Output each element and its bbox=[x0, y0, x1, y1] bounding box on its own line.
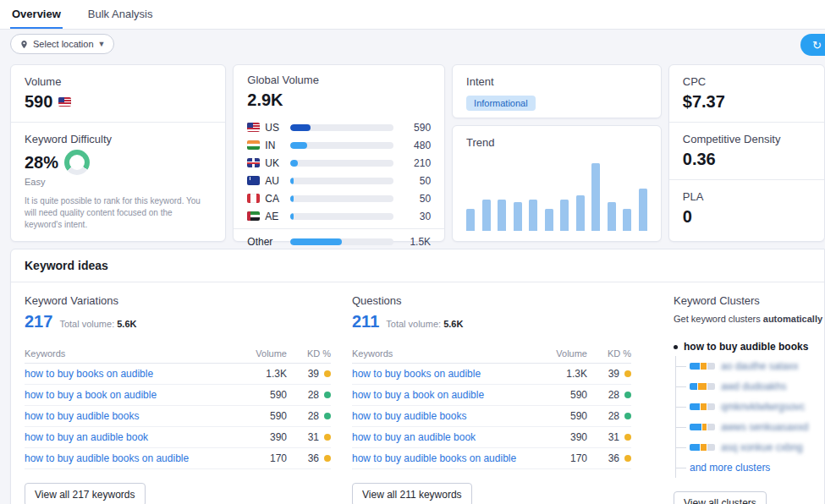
kd-value: 31 bbox=[608, 431, 619, 443]
cpc-card: CPC $7.37 Competitive Density 0.36 PLA 0 bbox=[668, 64, 825, 242]
global-volume-row: UK 210 bbox=[247, 154, 431, 172]
table-row: how to buy audible books 590 28 bbox=[352, 406, 631, 427]
trend-bar bbox=[560, 200, 569, 231]
volume-header: Volume bbox=[547, 348, 587, 359]
difficulty-gauge-icon bbox=[64, 150, 90, 175]
kd-dot bbox=[624, 455, 631, 462]
location-selector[interactable]: Select location ▼ bbox=[10, 34, 114, 54]
questions-total: Total volume: 5.6K bbox=[386, 319, 463, 329]
keyword-link[interactable]: how to buy audible books bbox=[25, 410, 246, 422]
kd-dot bbox=[324, 455, 331, 462]
keyword-kd: 28 bbox=[287, 410, 331, 422]
variations-table: Keywords Volume KD % how to buy books on… bbox=[25, 343, 331, 469]
keyword-link[interactable]: how to buy a book on audible bbox=[352, 389, 547, 401]
keyword-link[interactable]: how to buy audible books bbox=[352, 410, 547, 422]
more-clusters-link[interactable]: and more clusters bbox=[690, 462, 770, 474]
keyword-link[interactable]: how to buy books on audible bbox=[25, 368, 246, 380]
keyword-link[interactable]: how to buy an audible book bbox=[25, 431, 246, 443]
view-all-variations-button[interactable]: View all 217 keywords bbox=[25, 483, 146, 504]
cluster-tree: ao dauthe sataxx awd dudoakhs qmknvklwlw… bbox=[675, 356, 811, 478]
table-row: how to buy books on audible 1.3K 39 bbox=[352, 364, 631, 385]
view-all-clusters-button[interactable]: View all clusters bbox=[674, 491, 767, 504]
table-row: how to buy an audible book 390 31 bbox=[25, 427, 331, 448]
view-all-questions-button[interactable]: View all 211 keywords bbox=[352, 483, 472, 504]
keyword-link[interactable]: how to buy books on audible bbox=[352, 368, 547, 380]
volume-bar-track bbox=[290, 178, 393, 184]
pla-label: PLA bbox=[683, 190, 811, 203]
tab-overview[interactable]: Overview bbox=[10, 0, 63, 29]
keyword-ideas-title: Keyword ideas bbox=[11, 249, 824, 282]
keywords-header: Keywords bbox=[25, 348, 246, 359]
trend-chart bbox=[466, 163, 647, 231]
kd-value: 28 bbox=[308, 389, 319, 401]
volume-bar bbox=[290, 195, 294, 202]
kd-dot bbox=[324, 434, 331, 441]
country-volume: 1.5K bbox=[399, 236, 431, 248]
bullet-icon bbox=[674, 345, 678, 349]
trend-bar bbox=[498, 200, 506, 231]
volume-label: Volume bbox=[25, 75, 212, 88]
volume-bar-track bbox=[290, 124, 393, 131]
keyword-link[interactable]: how to buy audible books on audible bbox=[352, 452, 547, 464]
tab-bulk-analysis[interactable]: Bulk Analysis bbox=[86, 0, 155, 29]
volume-bar-track bbox=[290, 238, 393, 245]
keyword-volume: 590 bbox=[547, 410, 587, 422]
table-header-row: Keywords Volume KD % bbox=[352, 343, 631, 364]
tab-bulk-analysis-label: Bulk Analysis bbox=[88, 8, 153, 20]
location-selector-label: Select location bbox=[33, 39, 94, 49]
questions-count-row: 211 Total volume: 5.6K bbox=[352, 312, 631, 331]
keyword-link[interactable]: how to buy an audible book bbox=[352, 431, 547, 443]
country-volume: 480 bbox=[399, 140, 431, 151]
location-pin-icon bbox=[19, 40, 29, 49]
trend-bar bbox=[514, 202, 522, 231]
keywords-header: Keywords bbox=[352, 348, 547, 359]
variations-count[interactable]: 217 bbox=[25, 312, 52, 331]
clusters-subtitle: Get keyword clusters automatically bbox=[674, 314, 811, 324]
questions-count[interactable]: 211 bbox=[352, 312, 379, 331]
volume-value: 590 bbox=[25, 92, 212, 112]
table-row: how to buy audible books on audible 170 … bbox=[352, 448, 631, 469]
keyword-kd: 28 bbox=[287, 389, 331, 401]
toolbar: Select location ▼ ↻ Up bbox=[10, 34, 825, 56]
cluster-item-label: awd dudoakhs bbox=[721, 381, 786, 392]
cluster-bar-icon bbox=[690, 383, 715, 390]
ca-flag-icon bbox=[247, 194, 260, 203]
intent-badge[interactable]: Informational bbox=[466, 96, 536, 111]
keyword-volume: 1.3K bbox=[246, 368, 287, 380]
keyword-kd: 39 bbox=[287, 368, 331, 380]
variations-count-row: 217 Total volume: 5.6K bbox=[25, 312, 331, 331]
country-code: AE bbox=[265, 211, 285, 222]
total-volume-value: 5.6K bbox=[117, 319, 136, 329]
trend-card: Trend bbox=[452, 125, 662, 242]
intent-card: Intent Informational bbox=[452, 64, 662, 118]
global-volume-row-other: Other 1.5K bbox=[234, 228, 444, 250]
country-volume: 210 bbox=[399, 157, 431, 169]
table-row: how to buy a book on audible 590 28 bbox=[25, 385, 331, 406]
ae-flag-icon bbox=[247, 211, 260, 221]
cluster-item: ao dauthe sataxx bbox=[676, 356, 811, 376]
keyword-kd: 28 bbox=[587, 389, 631, 401]
cluster-item: awws senkuasaxxd bbox=[676, 417, 811, 437]
keyword-volume: 590 bbox=[547, 389, 587, 401]
update-button[interactable]: ↻ Up bbox=[800, 34, 825, 56]
cluster-root-label: how to buy audible books bbox=[684, 341, 808, 353]
keyword-volume: 170 bbox=[246, 452, 287, 464]
keyword-kd: 31 bbox=[587, 431, 631, 443]
competitive-density-value: 0.36 bbox=[683, 150, 811, 169]
keyword-link[interactable]: how to buy audible books on audible bbox=[25, 452, 246, 464]
volume-difficulty-card: Volume 590 Keyword Difficulty 28% Easy I… bbox=[10, 64, 226, 242]
keyword-link[interactable]: how to buy a book on audible bbox=[25, 389, 246, 401]
country-code: UK bbox=[265, 157, 285, 169]
volume-bar bbox=[290, 178, 294, 184]
kd-value: 28 bbox=[608, 410, 619, 422]
tab-overview-label: Overview bbox=[12, 8, 61, 20]
volume-bar bbox=[290, 213, 294, 220]
kd-dot bbox=[624, 370, 631, 377]
kd-dot bbox=[324, 392, 331, 398]
divider bbox=[669, 122, 824, 123]
keyword-kd: 36 bbox=[587, 452, 631, 464]
questions-column: Questions 211 Total volume: 5.6K Keyword… bbox=[352, 294, 631, 504]
keyword-volume: 390 bbox=[547, 431, 587, 443]
keyword-ideas-columns: Keyword Variations 217 Total volume: 5.6… bbox=[11, 282, 824, 504]
table-header-row: Keywords Volume KD % bbox=[25, 343, 331, 364]
